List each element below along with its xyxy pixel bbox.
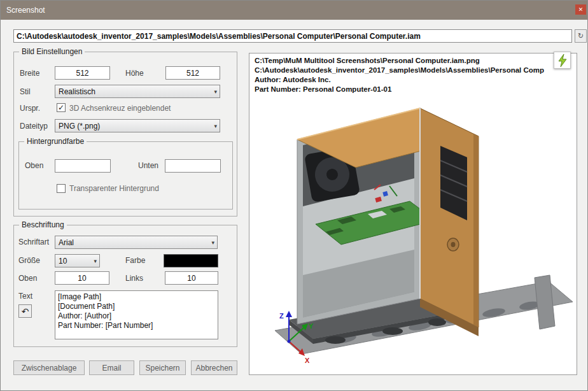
height-input[interactable] (165, 66, 220, 80)
lightning-bolt-icon (557, 54, 568, 67)
axis-z-label: Z (279, 312, 284, 320)
filetype-select[interactable]: PNG (*.png) ▾ (55, 119, 220, 132)
preview-pane: Z Y X C:\Temp\MuM Multitool Screenshots\… (249, 53, 577, 375)
window-title: Screenshot (6, 6, 45, 15)
caption-group-title: Beschriftung (19, 220, 67, 229)
font-size-select[interactable]: 10 ▾ (55, 254, 100, 267)
origin-label: Urspr. (20, 104, 40, 113)
chevron-down-icon: ▾ (214, 85, 217, 97)
origin-checkbox[interactable]: ✓ (57, 103, 66, 112)
overlay-line: C:\Autodesk\autodesk_inventor_2017_sampl… (255, 66, 577, 75)
cancel-button[interactable]: Abbrechen (191, 360, 237, 375)
path-refresh-button[interactable]: ↻ (575, 29, 587, 43)
email-button[interactable]: Email (89, 360, 134, 375)
font-select[interactable]: Arial ▾ (55, 236, 218, 249)
undo-icon[interactable]: ↶ (18, 304, 32, 318)
style-select-value: Realistisch (59, 87, 95, 96)
font-color-label: Farbe (125, 256, 145, 265)
font-label: Schriftart (18, 238, 49, 246)
refresh-preview-button[interactable] (554, 52, 571, 69)
computer-tower-illustration: Z Y X (249, 53, 577, 375)
background-bottom-label: Unten (138, 161, 158, 170)
document-path-input[interactable] (13, 29, 572, 43)
axis-x-label: X (305, 357, 310, 364)
save-button[interactable]: Speichern (139, 360, 186, 375)
rail-bracket (535, 275, 555, 329)
width-input[interactable] (55, 66, 110, 80)
chevron-down-icon: ▾ (94, 255, 97, 267)
chevron-down-icon: ▾ (211, 236, 214, 248)
chevron-down-icon: ▾ (214, 120, 217, 132)
background-color-group-title: Hintergrundfarbe (24, 137, 87, 146)
style-select[interactable]: Realistisch ▾ (55, 85, 220, 98)
width-label: Breite (20, 69, 39, 78)
background-color-group: Hintergrundfarbe (18, 141, 233, 210)
caption-left-input[interactable] (165, 271, 218, 285)
font-size-label: Größe (18, 256, 40, 265)
caption-left-label: Links (125, 274, 143, 283)
caption-text-label: Text (18, 292, 32, 301)
font-select-value: Arial (59, 238, 74, 247)
overlay-line: C:\Temp\MuM Multitool Screenshots\Person… (255, 56, 577, 66)
clipboard-button[interactable]: Zwischenablage (13, 360, 85, 375)
height-label: Höhe (125, 69, 144, 78)
background-top-input[interactable] (55, 159, 111, 173)
font-size-select-value: 10 (59, 257, 67, 266)
overlay-line: Part Number: Personal Computer-01-01 (255, 85, 577, 94)
caption-text-area[interactable]: [Image Path] [Document Path] Author: [Au… (55, 290, 218, 339)
overlay-line: Author: Autodesk Inc. (255, 75, 577, 85)
font-color-swatch[interactable] (164, 254, 218, 267)
background-bottom-input[interactable] (165, 159, 221, 173)
background-top-label: Oben (25, 161, 43, 170)
axis-y-label: Y (309, 322, 314, 330)
titlebar: Screenshot (1, 1, 587, 20)
filetype-label: Dateityp (20, 122, 48, 131)
origin-checkbox-label: 3D Achsenkreuz eingeblendet (69, 104, 171, 113)
transparent-background-label: Transparenter Hintergrund (69, 184, 159, 193)
caption-top-label: Oben (18, 274, 37, 283)
drive-bays (440, 146, 467, 220)
close-icon[interactable]: ✕ (575, 4, 586, 15)
screenshot-dialog: Screenshot ✕ ↻ Bild Einstellungen Breite… (0, 0, 588, 391)
filetype-select-value: PNG (*.png) (59, 122, 100, 131)
caption-overlay: C:\Temp\MuM Multitool Screenshots\Person… (255, 56, 577, 94)
style-label: Stil (20, 87, 31, 96)
caption-top-input[interactable] (55, 271, 109, 285)
image-settings-group-title: Bild Einstellungen (19, 47, 85, 56)
transparent-background-checkbox[interactable] (57, 184, 66, 193)
